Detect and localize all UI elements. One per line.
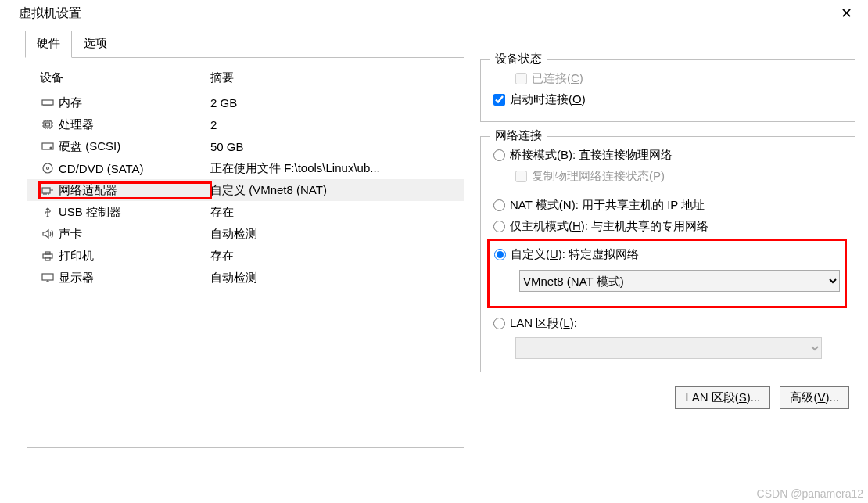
tab-options[interactable]: 选项 (72, 31, 119, 58)
sound-icon (40, 228, 56, 239)
lan-segment-select (515, 337, 822, 359)
tab-bar: 硬件 选项 (25, 30, 464, 58)
connect-on-power-row[interactable]: 启动时连接(O) (493, 89, 842, 110)
device-list-panel: 设备 摘要 内存2 GB处理器2硬盘 (SCSI)50 GBCD/DVD (SA… (27, 57, 464, 448)
custom-label: 自定义(U): 特定虚拟网络 (511, 247, 639, 262)
device-row-cd[interactable]: CD/DVD (SATA)正在使用文件 F:\tools\Linux\ub... (27, 157, 464, 179)
device-name: 处理器 (56, 117, 210, 132)
cpu-icon (40, 119, 56, 130)
bridged-label: 桥接模式(B): 直接连接物理网络 (510, 148, 673, 163)
nat-radio-row[interactable]: NAT 模式(N): 用于共享主机的 IP 地址 (493, 195, 842, 216)
device-name: 显示器 (56, 271, 210, 286)
svg-rect-12 (42, 274, 53, 280)
connect-on-power-checkbox[interactable] (493, 94, 505, 106)
nat-label: NAT 模式(N): 用于共享主机的 IP 地址 (510, 198, 705, 213)
device-summary: 2 (210, 118, 451, 131)
svg-rect-7 (42, 188, 50, 193)
custom-vnet-select[interactable]: VMnet8 (NAT 模式) (519, 270, 840, 292)
svg-point-6 (47, 167, 49, 170)
svg-rect-1 (44, 121, 52, 128)
advanced-button[interactable]: 高级(V)... (780, 386, 849, 409)
tab-hardware[interactable]: 硬件 (25, 31, 72, 58)
lan-radio[interactable] (493, 318, 505, 329)
bridged-radio[interactable] (493, 149, 505, 161)
hostonly-radio[interactable] (493, 221, 505, 232)
hostonly-radio-row[interactable]: 仅主机模式(H): 与主机共享的专用网络 (493, 216, 842, 237)
nic-icon (40, 185, 56, 196)
custom-radio-row[interactable]: 自定义(U): 特定虚拟网络 (494, 244, 840, 265)
device-row-nic[interactable]: 网络适配器自定义 (VMnet8 (NAT) (27, 179, 464, 201)
svg-point-5 (43, 163, 52, 173)
svg-point-8 (47, 216, 48, 217)
device-name: 打印机 (56, 249, 210, 264)
device-row-display[interactable]: 显示器自动检测 (27, 267, 464, 289)
svg-rect-10 (45, 252, 50, 254)
device-row-disk[interactable]: 硬盘 (SCSI)50 GB (27, 135, 464, 157)
device-name: 硬盘 (SCSI) (56, 139, 210, 154)
device-summary: 2 GB (210, 96, 451, 110)
device-row-printer[interactable]: 打印机存在 (27, 245, 464, 267)
svg-rect-2 (46, 123, 50, 126)
nat-radio[interactable] (493, 199, 505, 211)
replicate-row: 复制物理网络连接状态(P) (515, 166, 842, 187)
device-name: 内存 (56, 95, 210, 110)
lan-label: LAN 区段(L): (510, 316, 577, 331)
device-row-usb[interactable]: USB 控制器存在 (27, 201, 464, 223)
device-name: 网络适配器 (56, 183, 210, 198)
col-summary: 摘要 (210, 70, 234, 85)
hostonly-label: 仅主机模式(H): 与主机共享的专用网络 (510, 219, 708, 234)
device-name: 声卡 (56, 227, 210, 242)
replicate-checkbox (515, 171, 527, 182)
close-icon[interactable]: ✕ (836, 5, 857, 22)
connected-checkbox-row: 已连接(C) (515, 68, 842, 89)
window-title: 虚拟机设置 (19, 5, 81, 22)
lan-segments-button[interactable]: LAN 区段(S)... (675, 386, 770, 409)
device-name: USB 控制器 (56, 205, 210, 220)
connect-on-power-label: 启动时连接(O) (510, 92, 586, 107)
device-name: CD/DVD (SATA) (56, 162, 210, 175)
bridged-radio-row[interactable]: 桥接模式(B): 直接连接物理网络 (493, 145, 842, 166)
network-connection-legend: 网络连接 (490, 128, 547, 143)
device-summary: 50 GB (210, 140, 451, 153)
cd-icon (40, 163, 56, 174)
col-device: 设备 (40, 70, 210, 85)
device-row-cpu[interactable]: 处理器2 (27, 113, 464, 135)
device-status-group: 设备状态 已连接(C) 启动时连接(O) (480, 59, 855, 122)
device-summary: 自动检测 (210, 227, 451, 242)
device-summary: 存在 (210, 249, 451, 264)
device-row-sound[interactable]: 声卡自动检测 (27, 223, 464, 245)
svg-rect-0 (42, 100, 53, 105)
device-summary: 自定义 (VMnet8 (NAT) (210, 183, 451, 198)
memory-icon (40, 97, 56, 108)
printer-icon (40, 250, 56, 261)
lan-radio-row[interactable]: LAN 区段(L): (493, 313, 842, 334)
device-summary: 存在 (210, 205, 451, 220)
connected-checkbox (515, 73, 527, 84)
disk-icon (40, 141, 56, 152)
device-summary: 自动检测 (210, 271, 451, 286)
replicate-label: 复制物理网络连接状态(P) (532, 169, 665, 184)
connected-label: 已连接(C) (532, 71, 583, 86)
device-status-legend: 设备状态 (490, 52, 547, 66)
device-summary: 正在使用文件 F:\tools\Linux\ub... (210, 161, 451, 176)
device-row-memory[interactable]: 内存2 GB (27, 92, 464, 113)
watermark: CSDN @panamera12 (757, 487, 863, 500)
usb-icon (40, 207, 56, 217)
custom-highlight: 自定义(U): 特定虚拟网络 VMnet8 (NAT 模式) (487, 239, 847, 308)
display-icon (40, 272, 56, 283)
network-connection-group: 网络连接 桥接模式(B): 直接连接物理网络 复制物理网络连接状态(P) NAT… (480, 136, 855, 372)
custom-radio[interactable] (494, 249, 506, 260)
svg-point-4 (50, 147, 52, 149)
